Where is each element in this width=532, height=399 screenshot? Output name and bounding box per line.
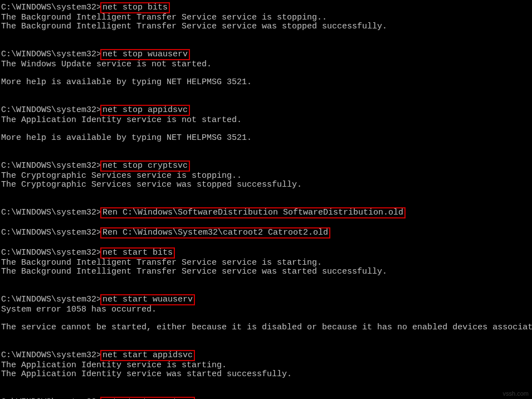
command-text: net stop bits [100,2,170,13]
command-line: C:\WINDOWS\system32>net stop cryptsvc [1,160,531,172]
command-text: net stop appidsvc [100,105,190,116]
output-line: More help is available by typing NET HEL… [1,134,531,143]
watermark-text: vssh.com [503,390,529,397]
command-line: C:\WINDOWS\system32>net stop bits [1,2,531,13]
output-line: System error 1058 has occurred. [1,305,531,314]
output-line [1,87,531,96]
command-prompt-window[interactable]: C:\WINDOWS\system32>net stop bitsThe Bac… [0,0,532,399]
command-line: C:\WINDOWS\system32>net start bits [1,247,531,259]
prompt-text: C:\WINDOWS\system32> [1,228,101,237]
output-line: More help is available by typing NET HEL… [1,78,531,87]
output-line [1,152,531,160]
command-line: C:\WINDOWS\system32>net stop appidsvc [1,105,531,116]
output-line [1,31,531,40]
output-line: The Application Identity service was sta… [1,370,531,379]
output-line: The Background Intelligent Transfer Serv… [1,22,531,31]
output-line [1,40,531,49]
output-line [1,314,531,323]
command-text: net stop wuauserv [100,49,190,60]
command-text: net start appidsvc [100,350,195,361]
prompt-text: C:\WINDOWS\system32> [1,248,101,257]
prompt-text: C:\WINDOWS\system32> [1,351,101,360]
command-text: Ren C:\Windows\SoftwareDistribution Soft… [100,207,406,218]
output-line [1,332,531,341]
output-line [1,379,531,388]
output-line [1,239,531,247]
command-line: C:\WINDOWS\system32>net start cryptsvc [1,397,531,399]
output-line: The service cannot be started, either be… [1,323,531,332]
output-line [1,198,531,207]
output-line [1,189,531,198]
output-line [1,218,531,227]
output-line: The Background Intelligent Transfer Serv… [1,267,531,276]
command-line: C:\WINDOWS\system32>net stop wuauserv [1,49,531,60]
output-line [1,341,531,350]
output-line: The Application Identity service is not … [1,116,531,125]
output-line [1,125,531,134]
command-line: C:\WINDOWS\system32>Ren C:\Windows\Softw… [1,207,531,218]
output-line: The Background Intelligent Transfer Serv… [1,259,531,267]
command-text: net stop cryptsvc [100,160,190,172]
prompt-text: C:\WINDOWS\system32> [1,295,101,304]
prompt-text: C:\WINDOWS\system32> [1,105,101,115]
command-line: C:\WINDOWS\system32>Ren C:\Windows\Syste… [1,227,531,239]
output-line [1,96,531,105]
output-line [1,388,531,397]
command-text: net start cryptsvc [100,397,195,399]
prompt-text: C:\WINDOWS\system32> [1,50,101,59]
command-line: C:\WINDOWS\system32>net start appidsvc [1,350,531,361]
output-line: The Windows Update service is not starte… [1,60,531,69]
output-line: The Background Intelligent Transfer Serv… [1,13,531,22]
output-line: The Cryptographic Services service is st… [1,172,531,181]
command-text: Ren C:\Windows\System32\catroot2 Catroot… [100,227,330,239]
prompt-text: C:\WINDOWS\system32> [1,161,101,171]
output-line: The Cryptographic Services service was s… [1,181,531,189]
output-line: The Application Identity service is star… [1,361,531,370]
prompt-text: C:\WINDOWS\system32> [1,3,101,12]
output-line [1,143,531,152]
output-line [1,69,531,78]
command-text: net start wuauserv [100,294,195,305]
output-line [1,276,531,285]
prompt-text: C:\WINDOWS\system32> [1,208,101,217]
command-line: C:\WINDOWS\system32>net start wuauserv [1,294,531,305]
output-line [1,285,531,294]
command-text: net start bits [100,247,175,259]
